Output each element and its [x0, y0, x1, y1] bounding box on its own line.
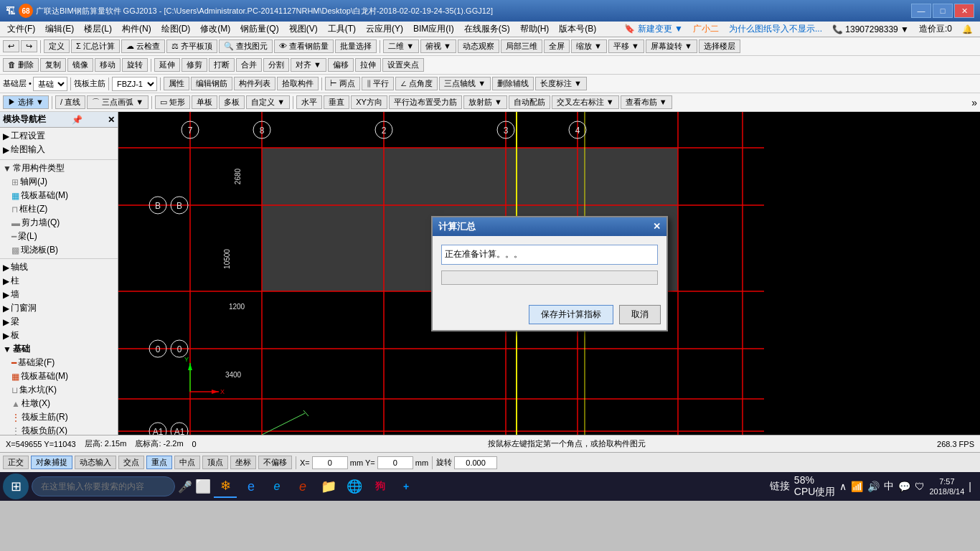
system-clock[interactable]: 7:57 2018/8/14 — [929, 476, 964, 497]
midpoint-btn[interactable]: 重点 — [146, 456, 172, 469]
stretch-btn[interactable]: 拉伸 — [355, 58, 381, 72]
properties-btn[interactable]: 属性 — [164, 77, 189, 90]
select-layer-btn[interactable]: 选择楼层 — [699, 39, 740, 53]
sidebar-group-wall[interactable]: ▶ 墙 — [0, 288, 118, 301]
sidebar-item-column[interactable]: ⊓ 框柱(Z) — [0, 202, 118, 216]
save-calc-btn[interactable]: 保存并计算指标 — [529, 305, 613, 324]
taskbar-app-glodon[interactable]: + — [395, 475, 418, 498]
move-btn[interactable]: 移动 — [95, 58, 121, 72]
merge-btn[interactable]: 合并 — [236, 58, 262, 72]
redo-btn[interactable]: ↪ — [21, 40, 37, 52]
menu-floor[interactable]: 楼层(L) — [80, 22, 116, 37]
select-mode-btn[interactable]: ▶ 选择 ▼ — [3, 95, 49, 109]
taskbar-app-folder[interactable]: 📁 — [317, 475, 340, 498]
define-btn[interactable]: 定义 — [44, 39, 70, 53]
horizontal-btn[interactable]: 水平 — [296, 95, 322, 109]
batch-select-btn[interactable]: 批量选择 — [335, 39, 377, 53]
break-btn[interactable]: 打断 — [209, 58, 235, 72]
view-rebar-dist-btn[interactable]: 查看布筋 ▼ — [621, 95, 672, 109]
why-cad-btn[interactable]: 为什么图纸导入不显示... — [725, 22, 826, 37]
screen-rotate-btn[interactable]: 屏幕旋转 ▼ — [646, 39, 697, 53]
copy-btn[interactable]: 复制 — [40, 58, 66, 72]
antivirus-icon[interactable]: 🛡 — [915, 481, 925, 492]
dim-btn[interactable]: 长度标注 ▼ — [535, 77, 587, 90]
element-list-btn[interactable]: 构件列表 — [234, 77, 275, 90]
menu-help[interactable]: 帮助(H) — [516, 22, 554, 37]
y-input[interactable] — [377, 456, 413, 469]
task-view-icon[interactable]: ⬜ — [195, 479, 211, 494]
menu-draw[interactable]: 绘图(D) — [157, 22, 195, 37]
sidebar-group-foundation[interactable]: ▼ 基础 — [0, 342, 118, 356]
dynamic-view-btn[interactable]: 动态观察 — [458, 39, 499, 53]
notification-badge[interactable]: 68 — [19, 4, 33, 18]
grip-btn[interactable]: 设置夹点 — [382, 58, 424, 72]
menu-tools[interactable]: 工具(T) — [324, 22, 360, 37]
cancel-btn[interactable]: 取消 — [619, 305, 661, 324]
del-aux-btn[interactable]: 删除辅线 — [492, 77, 534, 90]
menu-online[interactable]: 在线服务(S) — [460, 22, 514, 37]
radial-rebar-btn[interactable]: 放射筋 ▼ — [463, 95, 507, 109]
sidebar-group-door-win[interactable]: ▶ 门窗洞 — [0, 301, 118, 315]
edit-rebar-btn[interactable]: 编辑钢筋 — [191, 77, 232, 90]
sidebar-group-col[interactable]: ▶ 柱 — [0, 274, 118, 288]
cortana-mic-icon[interactable]: 🎤 — [178, 480, 192, 494]
element-type-select[interactable]: FBZJ-1 — [112, 77, 157, 91]
angle-btn[interactable]: ∠ 点角度 — [395, 77, 438, 90]
coord-btn[interactable]: 坐标 — [230, 456, 256, 469]
parallel-btn[interactable]: ∥ 平行 — [362, 77, 394, 90]
plan-view-btn[interactable]: 俯视 ▼ — [420, 39, 456, 53]
menu-rebar-qty[interactable]: 钢筋量(Q) — [236, 22, 283, 37]
arc-btn[interactable]: ⌒ 三点画弧 ▼ — [87, 95, 149, 109]
sidebar-close[interactable]: ✕ — [108, 115, 115, 125]
sidebar-item-raft-found2[interactable]: ▦ 筏板基础(M) — [0, 369, 118, 383]
vertical-btn[interactable]: 垂直 — [324, 95, 349, 109]
sidebar-group-axis[interactable]: ▶ 轴线 — [0, 260, 118, 274]
new-change-btn[interactable]: 🔖 新建变更 ▼ — [620, 22, 687, 37]
phone-btn[interactable]: 📞 13907298339 ▼ — [828, 23, 913, 36]
sidebar-item-raft-neg-rebar[interactable]: ⋮ 筏板负筋(X) — [0, 424, 118, 435]
pan-btn[interactable]: 平移 ▼ — [608, 39, 644, 53]
local-3d-btn[interactable]: 局部三维 — [501, 39, 542, 53]
taskbar-app-ie[interactable]: e — [240, 475, 263, 498]
cloud-check-btn[interactable]: ☁ 云检查 — [121, 39, 165, 53]
line-btn[interactable]: / 直线 — [55, 95, 85, 109]
ime-icon[interactable]: 💬 — [898, 481, 910, 492]
sidebar-item-found-beam[interactable]: ━ 基础梁(F) — [0, 356, 118, 369]
layer-select[interactable]: 基础 — [33, 77, 67, 91]
menu-element[interactable]: 构件(N) — [118, 22, 156, 37]
expand-arrow[interactable]: » — [971, 97, 977, 108]
offset-btn[interactable]: 偏移 — [328, 58, 354, 72]
taskbar-app-globe[interactable]: 🌐 — [343, 475, 366, 498]
show-desktop-btn[interactable]: | — [969, 481, 971, 492]
taskbar-app-ie2[interactable]: e — [291, 475, 314, 498]
rotate-btn[interactable]: 旋转 — [122, 58, 148, 72]
price-btn[interactable]: 造价豆:0 — [915, 22, 956, 37]
taskbar-app-sougou[interactable]: 狗 — [369, 475, 392, 498]
sidebar-item-axis[interactable]: ⊞ 轴网(J) — [0, 175, 118, 189]
split-btn[interactable]: 分割 — [263, 58, 289, 72]
three-axis-btn[interactable]: 三点轴线 ▼ — [439, 77, 491, 90]
sidebar-item-raft-rebar[interactable]: ⋮ 筏板主筋(R) — [0, 410, 118, 424]
menu-bim[interactable]: BIM应用(I) — [409, 22, 458, 37]
parallel-rebar-btn[interactable]: 平行边布置受力筋 — [389, 95, 462, 109]
cad-canvas[interactable]: 7 8 2 3 4 B B 0 0 A1 A1 10500 2680 — [118, 112, 980, 435]
close-button[interactable]: ✕ — [954, 4, 974, 18]
menu-modify[interactable]: 修改(M) — [196, 22, 235, 37]
cross-label-btn[interactable]: 交叉左右标注 ▼ — [552, 95, 619, 109]
delete-btn[interactable]: 🗑 删除 — [3, 58, 39, 72]
taskbar-app-fan[interactable]: ❄ — [214, 475, 237, 498]
notification-bell[interactable]: 🔔 — [958, 23, 977, 36]
rotate-input[interactable] — [454, 456, 497, 469]
x-input[interactable] — [312, 456, 348, 469]
speaker-icon[interactable]: 🔊 — [867, 481, 880, 492]
sum-calc-btn[interactable]: Σ 汇总计算 — [71, 39, 120, 53]
center-btn[interactable]: 中点 — [174, 456, 200, 469]
xy-dir-btn[interactable]: XY方向 — [351, 95, 387, 109]
minimize-button[interactable]: — — [911, 4, 931, 18]
mirror-btn[interactable]: 镜像 — [67, 58, 93, 72]
taskbar-app-edge[interactable]: e — [265, 475, 288, 498]
trim-btn[interactable]: 修剪 — [182, 58, 207, 72]
maximize-button[interactable]: □ — [933, 4, 953, 18]
ortho-btn[interactable]: 正交 — [3, 456, 29, 469]
ime-ch[interactable]: 中 — [884, 480, 894, 493]
